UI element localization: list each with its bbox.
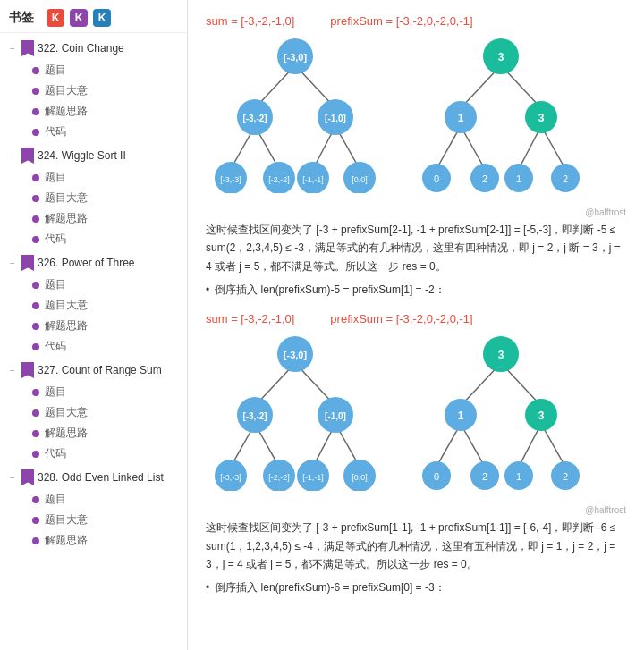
bullet-dot-1: • <box>206 283 209 296</box>
bullet-text-2: 倒序插入 len(prefixSum)-6 = prefixSum[0] = -… <box>215 580 445 595</box>
section-327-title: 327. Count of Range Sum <box>38 364 162 376</box>
label-326-2: 题目大意 <box>45 298 88 313</box>
section-324-items: 题目 题目大意 解题思路 代码 <box>0 167 187 249</box>
bullet-dot-2: • <box>206 581 209 594</box>
item-322-1[interactable]: 题目 <box>25 60 187 80</box>
svg-text:3: 3 <box>498 51 504 63</box>
section-322: − 322. Coin Change 题目 题目大意 解题思路 代码 <box>0 37 187 142</box>
bullet-327-1 <box>32 389 39 396</box>
item-324-3[interactable]: 解题思路 <box>25 208 187 229</box>
svg-text:3: 3 <box>498 349 504 361</box>
collapse-322-icon: − <box>7 43 18 54</box>
svg-text:[-1,-1]: [-1,-1] <box>302 175 324 184</box>
label-324-3: 解题思路 <box>45 211 88 226</box>
paragraph-1: 这时候查找区间变为了 [-3 + prefixSum[2-1], -1 + pr… <box>206 221 626 275</box>
bullet-327-2 <box>32 409 39 417</box>
label-326-1: 题目 <box>45 277 66 292</box>
svg-text:[0,0]: [0,0] <box>352 175 368 184</box>
bullet-326-3 <box>32 323 39 330</box>
bullet-322-1 <box>32 67 39 74</box>
label-326-3: 解题思路 <box>45 318 88 333</box>
section-328-header[interactable]: − 328. Odd Even Linked List <box>0 466 187 489</box>
icon-red[interactable]: K <box>47 9 64 27</box>
section-324: − 324. Wiggle Sort II 题目 题目大意 解题思路 代码 <box>0 144 187 249</box>
item-326-4[interactable]: 代码 <box>25 336 187 357</box>
item-327-4[interactable]: 代码 <box>25 443 187 464</box>
item-328-3[interactable]: 解题思路 <box>25 530 187 551</box>
collapse-328-icon: − <box>7 472 18 483</box>
svg-text:2: 2 <box>482 471 487 482</box>
bookmark-324 <box>21 148 34 164</box>
svg-text:1: 1 <box>458 112 464 124</box>
svg-text:1: 1 <box>458 409 464 422</box>
bullet-327-4 <box>32 451 39 458</box>
label-328-1: 题目 <box>45 492 66 507</box>
item-326-2[interactable]: 题目大意 <box>25 295 187 316</box>
section-328: − 328. Odd Even Linked List 题目 题目大意 解题思路 <box>0 466 187 551</box>
section-324-header[interactable]: − 324. Wiggle Sort II <box>0 144 187 167</box>
watermark-2: @halftrost <box>206 505 626 515</box>
bookmark-327 <box>21 362 34 378</box>
icon-purple[interactable]: K <box>70 9 88 27</box>
label-327-3: 解题思路 <box>45 426 88 441</box>
bullet-point-1: • 倒序插入 len(prefixSum)-5 = prefixSum[1] =… <box>206 283 626 298</box>
label-328-2: 题目大意 <box>45 512 88 528</box>
item-324-4[interactable]: 代码 <box>25 229 187 249</box>
label-322-4: 代码 <box>45 124 66 139</box>
content-block-2: sum = [-3,-2,-1,0] prefixSum = [-3,-2,0,… <box>206 312 626 595</box>
tree-container-1: [-3,0] [-3,-2] [-1,0] [-3,-3] [-2,-2] [-… <box>206 37 626 193</box>
svg-text:[-2,-2]: [-2,-2] <box>268 175 290 184</box>
item-326-1[interactable]: 题目 <box>25 274 187 295</box>
item-324-2[interactable]: 题目大意 <box>25 188 187 208</box>
item-326-3[interactable]: 解题思路 <box>25 316 187 336</box>
section-327: − 327. Count of Range Sum 题目 题目大意 解题思路 代… <box>0 359 187 464</box>
item-327-2[interactable]: 题目大意 <box>25 402 187 423</box>
svg-text:1: 1 <box>516 471 521 482</box>
item-322-3[interactable]: 解题思路 <box>25 101 187 122</box>
left-tree-1: [-3,0] [-3,-2] [-1,0] [-3,-3] [-2,-2] [-… <box>206 37 385 193</box>
section-327-header[interactable]: − 327. Count of Range Sum <box>0 359 187 382</box>
label-322-1: 题目 <box>45 63 66 78</box>
bullet-324-1 <box>32 174 39 181</box>
label-324-4: 代码 <box>45 232 66 247</box>
label-322-3: 解题思路 <box>45 104 88 119</box>
svg-text:[-3,-2]: [-3,-2] <box>242 411 267 421</box>
sum-formula-2: sum = [-3,-2,-1,0] <box>206 312 294 325</box>
section-326: − 326. Power of Three 题目 题目大意 解题思路 代码 <box>0 251 187 357</box>
icon-blue[interactable]: K <box>93 9 111 27</box>
prefix-sum-formula-2: prefixSum = [-3,-2,0,-2,0,-1] <box>330 312 472 325</box>
item-322-2[interactable]: 题目大意 <box>25 80 187 101</box>
svg-text:2: 2 <box>482 173 487 184</box>
bullet-328-1 <box>32 496 39 503</box>
svg-text:[-2,-2]: [-2,-2] <box>268 473 290 482</box>
svg-text:[-1,0]: [-1,0] <box>325 114 346 123</box>
svg-text:[-3,-3]: [-3,-3] <box>220 473 242 482</box>
collapse-327-icon: − <box>7 365 18 376</box>
section-327-items: 题目 题目大意 解题思路 代码 <box>0 382 187 464</box>
label-327-4: 代码 <box>45 446 66 461</box>
svg-text:0: 0 <box>434 471 439 482</box>
paragraph-2: 这时候查找区间变为了 [-3 + prefixSum[1-1], -1 + pr… <box>206 519 626 573</box>
section-322-header[interactable]: − 322. Coin Change <box>0 37 187 60</box>
item-322-4[interactable]: 代码 <box>25 122 187 142</box>
item-327-1[interactable]: 题目 <box>25 382 187 402</box>
svg-text:3: 3 <box>538 112 545 124</box>
bullet-322-3 <box>32 108 39 115</box>
bullet-326-2 <box>32 302 39 309</box>
item-327-3[interactable]: 解题思路 <box>25 423 187 443</box>
sum-formula-1: sum = [-3,-2,-1,0] <box>206 14 294 28</box>
section-326-header[interactable]: − 326. Power of Three <box>0 251 187 274</box>
item-324-1[interactable]: 题目 <box>25 167 187 188</box>
bullet-point-2: • 倒序插入 len(prefixSum)-6 = prefixSum[0] =… <box>206 580 626 595</box>
right-tree-2: 3 1 3 0 2 1 2 <box>411 334 590 491</box>
section-326-items: 题目 题目大意 解题思路 代码 <box>0 274 187 357</box>
svg-text:3: 3 <box>538 409 545 422</box>
section-324-title: 324. Wiggle Sort II <box>38 149 126 162</box>
item-328-1[interactable]: 题目 <box>25 489 187 510</box>
label-324-2: 题目大意 <box>45 190 88 206</box>
item-328-2[interactable]: 题目大意 <box>25 510 187 530</box>
bullet-328-3 <box>32 537 39 544</box>
formula-row-2: sum = [-3,-2,-1,0] prefixSum = [-3,-2,0,… <box>206 312 626 325</box>
svg-text:[-3,0]: [-3,0] <box>284 350 308 360</box>
label-322-2: 题目大意 <box>45 83 88 98</box>
